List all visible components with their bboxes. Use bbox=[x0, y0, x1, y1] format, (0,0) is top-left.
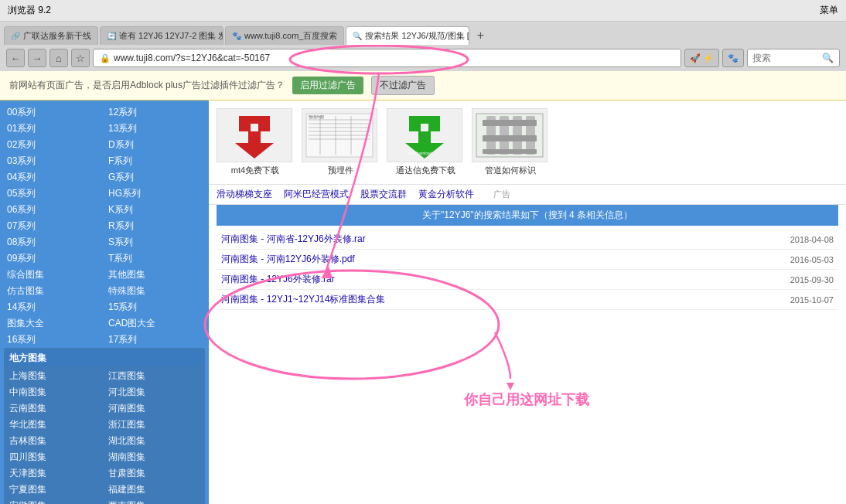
sidebar-item-jilin[interactable]: 吉林图集 bbox=[6, 433, 104, 449]
sidebar-item-tianjin[interactable]: 天津图集 bbox=[6, 465, 104, 482]
ad-link-amiba[interactable]: 阿米巴经营模式 bbox=[284, 188, 349, 201]
sidebar-item-15[interactable]: 15系列 bbox=[105, 299, 205, 315]
enable-filter-button[interactable]: 启用过滤广告 bbox=[292, 77, 363, 94]
sidebar-item-anhui[interactable]: 安徽图集 bbox=[6, 498, 104, 504]
image-thumb-pipe bbox=[472, 108, 548, 162]
sidebar-item-hunan[interactable]: 湖南图集 bbox=[105, 449, 203, 465]
sidebar-item-hg[interactable]: HG系列 bbox=[105, 186, 205, 202]
result-link-1[interactable]: 河南图集 - 河南省-12YJ6外装修.rar bbox=[221, 233, 366, 246]
series-col-right: 12系列 13系列 D系列 F系列 G系列 HG系列 K系列 R系列 S系列 T… bbox=[105, 104, 205, 348]
home-button[interactable]: ⌂ bbox=[49, 49, 68, 67]
star-button[interactable]: ☆ bbox=[71, 49, 90, 67]
sidebar-item-hebei[interactable]: 河北图集 bbox=[105, 384, 203, 400]
sidebar-item-zhongnan[interactable]: 中南图集 bbox=[6, 384, 104, 400]
sidebar-item-12[interactable]: 12系列 bbox=[105, 104, 205, 121]
image-item-tongda[interactable]: File Download 通达信免费下载 bbox=[387, 108, 464, 176]
result-date-4: 2015-10-07 bbox=[790, 295, 834, 305]
result-link-4[interactable]: 河南图集 - 12YJ1~12YJ14标准图集合集 bbox=[221, 293, 385, 306]
svg-rect-24 bbox=[483, 135, 537, 141]
address-text: www.tuji8.com/?s=12YJ6&cat=-50167 bbox=[114, 53, 270, 63]
ad-banner-text: 前网站有页面广告，是否启用Adblock plus广告过滤插件过滤广告？ bbox=[9, 79, 285, 92]
sidebar-item-04[interactable]: 04系列 bbox=[4, 169, 104, 186]
sidebar-item-other[interactable]: 其他图集 bbox=[105, 267, 205, 283]
image-label-pipe: 管道如何标识 bbox=[472, 165, 549, 176]
sidebar-item-gansu[interactable]: 甘肃图集 bbox=[105, 465, 203, 482]
menu-label[interactable]: 菜单 bbox=[820, 4, 838, 17]
sidebar-item-s[interactable]: S系列 bbox=[105, 234, 205, 250]
ad-link-stock[interactable]: 股票交流群 bbox=[360, 188, 407, 201]
sidebar-item-zhejiang[interactable]: 浙江图集 bbox=[105, 417, 203, 433]
sidebar-item-t[interactable]: T系列 bbox=[105, 250, 205, 267]
sidebar-item-06[interactable]: 06系列 bbox=[4, 202, 104, 218]
image-label-tongda: 通达信免费下载 bbox=[387, 165, 464, 176]
rocket-button[interactable]: 🚀 ⚡ bbox=[684, 49, 719, 67]
sidebar-item-07[interactable]: 07系列 bbox=[4, 218, 104, 234]
ad-tag: 广告 bbox=[493, 189, 510, 200]
sidebar-item-f[interactable]: F系列 bbox=[105, 153, 205, 169]
sidebar-item-ningxia[interactable]: 宁夏图集 bbox=[6, 482, 104, 498]
tab1-icon: 🔗 bbox=[11, 32, 20, 40]
sidebar-item-hubei[interactable]: 湖北图集 bbox=[105, 433, 203, 449]
result-date-1: 2018-04-08 bbox=[790, 235, 834, 244]
image-grid: mt4免费下载 bbox=[209, 100, 846, 185]
sidebar-item-shanghai[interactable]: 上海图集 bbox=[6, 368, 104, 384]
sidebar-item-13[interactable]: 13系列 bbox=[105, 121, 205, 137]
address-row: ← → ⌂ ☆ 🔒 www.tuji8.com/?s=12YJ6&cat=-50… bbox=[0, 45, 846, 71]
sidebar-item-05[interactable]: 05系列 bbox=[4, 186, 104, 202]
avatar-button[interactable]: 🐾 bbox=[722, 49, 744, 67]
sidebar-item-sichuan[interactable]: 四川图集 bbox=[6, 449, 104, 465]
sidebar-item-d[interactable]: D系列 bbox=[105, 137, 205, 153]
search-icon[interactable]: 🔍 bbox=[822, 53, 834, 63]
sidebar-item-k[interactable]: K系列 bbox=[105, 202, 205, 218]
sidebar-item-daquan[interactable]: 图集大全 bbox=[4, 315, 104, 332]
sidebar-item-01[interactable]: 01系列 bbox=[4, 121, 104, 137]
local-col-right: 江西图集 河北图集 河南图集 浙江图集 湖北图集 湖南图集 甘肃图集 福建图集 … bbox=[105, 368, 203, 504]
tab-search-results[interactable]: 🔍 搜索结果 12YJ6/规范/图集 [免... ✕ bbox=[346, 26, 469, 45]
tab-shiyou[interactable]: 🔄 谁有 12YJ6 12YJ7-2 图集 发... bbox=[100, 26, 223, 45]
ad-link-gold[interactable]: 黄金分析软件 bbox=[418, 188, 474, 201]
ad-links: 滑动梯梯支座 阿米巴经营模式 股票交流群 黄金分析软件 广告 bbox=[209, 185, 846, 205]
sidebar-item-00[interactable]: 00系列 bbox=[4, 104, 104, 121]
svg-text:预埋件图: 预埋件图 bbox=[309, 114, 324, 119]
sidebar-item-g[interactable]: G系列 bbox=[105, 169, 205, 186]
new-tab-button[interactable]: + bbox=[471, 26, 490, 45]
sidebar-item-fujian[interactable]: 福建图集 bbox=[105, 482, 203, 498]
search-input[interactable] bbox=[752, 53, 822, 63]
sidebar-item-08[interactable]: 08系列 bbox=[4, 234, 104, 250]
tab3-label: www.tuji8.com_百度搜索 bbox=[244, 30, 337, 42]
sidebar-item-16[interactable]: 16系列 bbox=[4, 332, 104, 348]
image-item-mt4[interactable]: mt4免费下载 bbox=[217, 108, 294, 176]
tab2-icon: 🔄 bbox=[107, 32, 116, 40]
address-bar[interactable]: 🔒 www.tuji8.com/?s=12YJ6&cat=-50167 bbox=[93, 49, 681, 67]
tab-baidu[interactable]: 🐾 www.tuji8.com_百度搜索 bbox=[225, 26, 344, 45]
image-item-pipe[interactable]: 管道如何标识 bbox=[472, 108, 549, 176]
sidebar-item-14[interactable]: 14系列 bbox=[4, 299, 104, 315]
search-box[interactable]: 🔍 bbox=[747, 49, 840, 67]
back-button[interactable]: ← bbox=[6, 49, 25, 67]
sidebar-item-special[interactable]: 特殊图集 bbox=[105, 283, 205, 299]
sidebar-item-r[interactable]: R系列 bbox=[105, 218, 205, 234]
image-item-embedded[interactable]: 预埋件图 预埋件 bbox=[302, 108, 379, 176]
sidebar-item-jiangxi[interactable]: 江西图集 bbox=[105, 368, 203, 384]
ad-banner: 前网站有页面广告，是否启用Adblock plus广告过滤插件过滤广告？ 启用过… bbox=[0, 71, 846, 100]
sidebar-item-03[interactable]: 03系列 bbox=[4, 153, 104, 169]
sidebar-item-yunnan[interactable]: 云南图集 bbox=[6, 400, 104, 417]
result-link-3[interactable]: 河南图集 - 12YJ6外装修.rar bbox=[221, 273, 335, 286]
sidebar-item-fanggu[interactable]: 仿古图集 bbox=[4, 283, 104, 299]
svg-marker-2 bbox=[235, 143, 274, 158]
sidebar-item-henan[interactable]: 河南图集 bbox=[105, 400, 203, 417]
forward-button[interactable]: → bbox=[28, 49, 46, 67]
tab-guanglianda[interactable]: 🔗 广联达服务新干线 bbox=[4, 26, 98, 45]
sidebar-item-02[interactable]: 02系列 bbox=[4, 137, 104, 153]
sidebar-item-17[interactable]: 17系列 bbox=[105, 332, 205, 348]
content-area: mt4免费下载 bbox=[209, 100, 846, 504]
ad-link-huadong[interactable]: 滑动梯梯支座 bbox=[217, 188, 272, 201]
sidebar-item-huabei[interactable]: 华北图集 bbox=[6, 417, 104, 433]
result-link-2[interactable]: 河南图集 - 河南12YJ6外装修.pdf bbox=[221, 253, 355, 266]
disable-filter-button[interactable]: 不过滤广告 bbox=[371, 76, 435, 95]
sidebar-item-xinan[interactable]: 西南图集 bbox=[105, 498, 203, 504]
sidebar-item-cad[interactable]: CAD图大全 bbox=[105, 315, 205, 332]
sidebar-item-zonghe[interactable]: 综合图集 bbox=[4, 267, 104, 283]
local-col-left: 上海图集 中南图集 云南图集 华北图集 吉林图集 四川图集 天津图集 宁夏图集 … bbox=[6, 368, 104, 504]
sidebar-item-09[interactable]: 09系列 bbox=[4, 250, 104, 267]
